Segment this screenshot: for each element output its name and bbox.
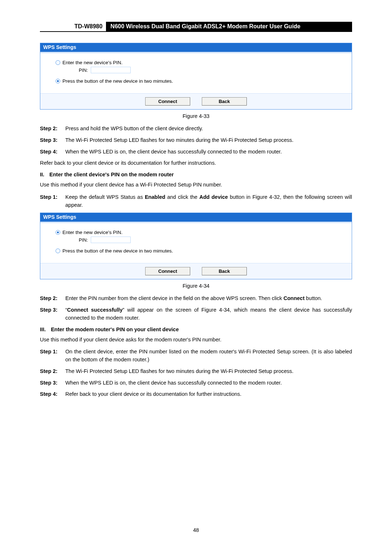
radio-icon [56, 79, 60, 83]
back-button[interactable]: Back [202, 267, 247, 275]
radio-press-button-label: Press the button of the new device in tw… [62, 78, 173, 84]
step-text: The Wi-Fi Protected Setup LED flashes fo… [65, 136, 352, 144]
step-text: When the WPS LED is on, the client devic… [65, 379, 352, 387]
text-bold: Add device [199, 194, 228, 200]
step-label: Step 4: [40, 390, 65, 398]
page-number: 48 [0, 527, 392, 533]
radio-press-button-label: Press the button of the new device in tw… [62, 248, 173, 254]
text-run: and click the [165, 194, 199, 200]
step-label: Step 1: [40, 348, 65, 364]
text-run: Enter the PIN number from the client dev… [65, 295, 283, 301]
step-text: When the WPS LED is on, the client devic… [65, 148, 352, 156]
radio-enter-pin-label: Enter the new device's PIN. [62, 60, 122, 65]
pin-label: PIN: [79, 67, 88, 73]
text-bold: Connect successfully [67, 307, 123, 313]
step-label: Step 1: [40, 193, 65, 209]
refer-back-line: Refer back to your client device or its … [40, 159, 352, 167]
pin-input[interactable] [91, 67, 131, 73]
section-ii-intro: Use this method if your client device ha… [40, 181, 352, 189]
step-text: Press and hold the WPS button of the cli… [65, 125, 352, 133]
doc-title: N600 Wireless Dual Band Gigabit ADSL2+ M… [106, 22, 352, 31]
section-iii-heading: III. Enter the modem router's PIN on you… [40, 327, 352, 332]
connect-button[interactable]: Connect [145, 267, 190, 275]
radio-press-button[interactable]: Press the button of the new device in tw… [56, 78, 336, 84]
figure-caption-4-33: Figure 4-33 [40, 113, 352, 119]
section-iii-intro: Use this method if your client device as… [40, 336, 352, 344]
section-ii-text: Enter the client device's PIN on the mod… [49, 172, 352, 177]
step-label: Step 4: [40, 148, 65, 156]
step-text: On the client device, enter the PIN numb… [65, 348, 352, 364]
radio-icon [56, 230, 60, 235]
pin-input[interactable] [91, 237, 131, 243]
radio-enter-pin[interactable]: Enter the new device's PIN. [56, 60, 336, 65]
pin-label: PIN: [79, 237, 88, 243]
figure-caption-4-34: Figure 4-34 [40, 283, 352, 289]
step-text: Enter the PIN number from the client dev… [65, 295, 352, 303]
wps-panel-2-title: WPS Settings [40, 213, 352, 223]
section-iii-num: III. [40, 327, 46, 332]
back-button[interactable]: Back [202, 97, 247, 106]
radio-icon [56, 60, 60, 65]
radio-press-button[interactable]: Press the button of the new device in tw… [56, 248, 336, 254]
header-banner: TD-W8980 N600 Wireless Dual Band Gigabit… [40, 22, 352, 32]
text-run: button. [305, 295, 322, 301]
radio-enter-pin[interactable]: Enter the new device's PIN. [56, 230, 336, 235]
section-iii-text: Enter the modem router's PIN on your cli… [51, 327, 352, 332]
step-text: Keep the default WPS Status as Enabled a… [65, 193, 352, 209]
text-bold: Connect [283, 295, 305, 301]
wps-panel-1-title: WPS Settings [40, 43, 352, 53]
text-run: Keep the default WPS Status as [65, 194, 145, 200]
step-label: Step 2: [40, 295, 65, 303]
step-label: Step 3: [40, 136, 65, 144]
step-label: Step 3: [40, 379, 65, 387]
radio-icon [56, 249, 60, 253]
step-text: Refer back to your client device or its … [65, 390, 352, 398]
step-text: “Connect successfully” will appear on th… [65, 306, 352, 322]
step-label: Step 3: [40, 306, 65, 322]
model-label: TD-W8980 [40, 22, 106, 31]
section-ii-num: II. [40, 172, 44, 177]
wps-panel-1: WPS Settings Enter the new device's PIN.… [40, 43, 352, 110]
wps-panel-2: WPS Settings Enter the new device's PIN.… [40, 213, 352, 279]
radio-enter-pin-label: Enter the new device's PIN. [62, 230, 122, 235]
section-ii-heading: II. Enter the client device's PIN on the… [40, 172, 352, 177]
step-text: The Wi-Fi Protected Setup LED flashes fo… [65, 368, 352, 376]
text-bold: Enabled [145, 194, 165, 200]
connect-button[interactable]: Connect [145, 97, 190, 106]
step-label: Step 2: [40, 125, 65, 133]
step-label: Step 2: [40, 368, 65, 376]
